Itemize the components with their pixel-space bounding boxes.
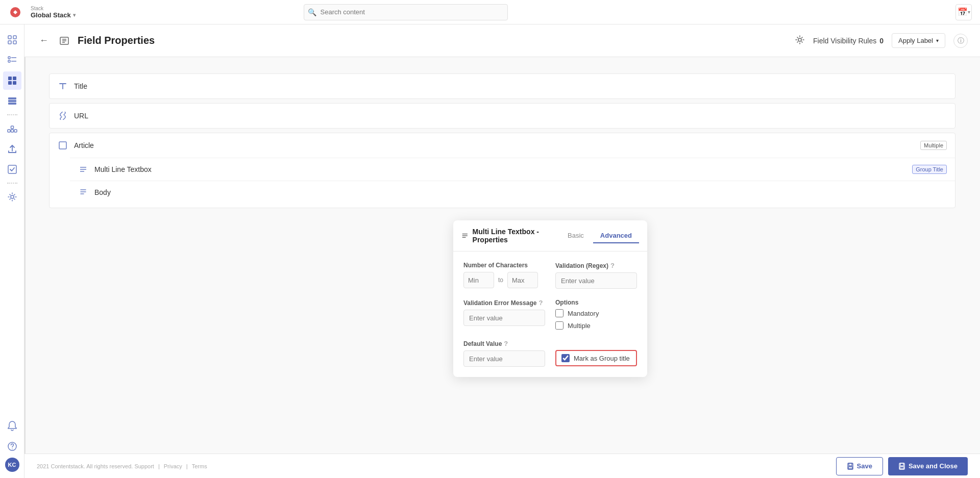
- num-chars-label: Number of Characters: [463, 262, 545, 269]
- default-value-input[interactable]: [463, 350, 545, 367]
- field-url[interactable]: URL: [49, 103, 955, 129]
- multiple-checkbox[interactable]: [555, 321, 564, 330]
- sidebar-item-list[interactable]: [3, 51, 21, 69]
- svg-rect-11: [8, 81, 12, 85]
- save-label: Save: [857, 462, 872, 470]
- svg-rect-14: [8, 100, 16, 102]
- panel-tabs: Basic Advanced: [560, 229, 639, 243]
- user-avatar[interactable]: KC: [5, 458, 19, 472]
- svg-rect-2: [13, 36, 16, 39]
- svg-rect-12: [13, 81, 16, 85]
- apply-label-button[interactable]: Apply Label ▾: [892, 33, 945, 48]
- apply-label-chevron-icon: ▾: [936, 38, 939, 43]
- default-value-group: Default Value ?: [463, 340, 545, 367]
- validation-regex-label: Validation (Regex) ?: [555, 262, 637, 269]
- sidebar-item-upload[interactable]: [3, 140, 21, 158]
- grid-icon: [8, 35, 17, 44]
- mark-group-title-row: Mark as Group title: [555, 350, 637, 366]
- settings-button[interactable]: [795, 35, 805, 47]
- bell-icon: [8, 421, 17, 431]
- sidebar-item-tasks[interactable]: [3, 160, 21, 179]
- mark-group-title-label: Mark as Group title: [574, 355, 630, 362]
- mark-group-title-checkbox[interactable]: [561, 354, 570, 362]
- group-title-tag: Group Title: [912, 165, 947, 174]
- tab-basic[interactable]: Basic: [560, 229, 591, 243]
- page-title: Field Properties: [78, 35, 155, 46]
- calendar-chevron-icon: ▾: [968, 9, 970, 15]
- sidebar-item-modules[interactable]: [3, 119, 21, 138]
- options-label: Options: [555, 299, 637, 306]
- svg-rect-16: [8, 130, 10, 132]
- sidebar-item-help[interactable]: [3, 437, 21, 456]
- validation-regex-help-icon[interactable]: ?: [610, 262, 615, 269]
- support-link[interactable]: Support: [134, 463, 154, 469]
- svg-rect-7: [8, 60, 10, 62]
- mandatory-checkbox[interactable]: [555, 309, 564, 317]
- panel-title-row: Multi Line Textbox - Properties: [461, 228, 560, 244]
- sidebar-item-notifications[interactable]: [3, 417, 21, 435]
- save-button[interactable]: Save: [836, 457, 883, 475]
- min-input[interactable]: [463, 272, 494, 288]
- terms-link[interactable]: Terms: [192, 463, 207, 469]
- stack-selector[interactable]: Stack Global Stack ▾: [31, 6, 76, 19]
- mandatory-row: Mandatory: [555, 309, 637, 317]
- svg-point-23: [12, 448, 13, 449]
- sidebar-item-grid[interactable]: [3, 31, 21, 49]
- apply-label-text: Apply Label: [898, 37, 933, 44]
- field-title[interactable]: Title: [49, 73, 955, 99]
- topbar: Stack Global Stack ▾ 🔍 📅 ▾: [0, 0, 980, 24]
- app-logo: [8, 5, 22, 19]
- url-field-name: URL: [74, 112, 947, 120]
- content-area: ← Field Properties Field Visibility Rule…: [24, 24, 980, 478]
- field-article: Article Multiple Multi Line Textbox Grou…: [49, 133, 955, 208]
- tasks-icon: [7, 164, 17, 174]
- to-label: to: [498, 276, 503, 284]
- svg-rect-3: [8, 41, 11, 44]
- article-header[interactable]: Article Multiple: [50, 133, 955, 158]
- footer-links: Support | Privacy | Terms: [134, 463, 207, 469]
- num-chars-inputs: to: [463, 272, 545, 288]
- modules-icon: [7, 123, 17, 134]
- max-input[interactable]: [507, 272, 538, 288]
- body-field-name: Body: [94, 188, 947, 196]
- svg-rect-13: [8, 103, 16, 105]
- validation-regex-input[interactable]: [555, 272, 637, 289]
- url-field-icon: [58, 111, 68, 121]
- sidebar-item-stack[interactable]: [3, 92, 21, 110]
- save-close-icon: [898, 463, 905, 470]
- default-value-label: Default Value ?: [463, 340, 545, 347]
- sidebar-item-settings[interactable]: [3, 188, 21, 206]
- field-multiline[interactable]: Multi Line Textbox Group Title: [70, 158, 955, 181]
- calendar-button[interactable]: 📅 ▾: [955, 4, 972, 20]
- settings-nav-icon: [7, 192, 17, 202]
- back-button[interactable]: ←: [37, 34, 51, 48]
- multiline-field-icon: [78, 164, 88, 174]
- sidebar-divider-2: [7, 183, 17, 184]
- validation-error-input[interactable]: [463, 310, 545, 326]
- panel-body: Number of Characters to Validation (Rege…: [453, 251, 647, 377]
- privacy-link[interactable]: Privacy: [164, 463, 182, 469]
- svg-rect-41: [900, 467, 904, 469]
- default-value-help-icon[interactable]: ?: [504, 340, 508, 347]
- title-field-name: Title: [74, 82, 947, 90]
- svg-rect-1: [8, 36, 11, 39]
- footer-left: 2021 Contentstack. All rights reserved. …: [37, 463, 207, 469]
- field-body[interactable]: Body: [70, 181, 955, 204]
- svg-point-28: [798, 38, 801, 41]
- search-bar: 🔍: [304, 4, 508, 20]
- form-grid: Number of Characters to Validation (Rege…: [463, 262, 637, 367]
- save-close-button[interactable]: Save and Close: [888, 457, 968, 475]
- mandatory-label: Mandatory: [568, 310, 599, 317]
- tab-advanced[interactable]: Advanced: [593, 229, 639, 243]
- stack-label: Stack: [31, 6, 76, 11]
- field-properties-icon: [57, 34, 71, 48]
- sidebar-bottom: KC: [3, 417, 21, 472]
- field-visibility-rules[interactable]: Field Visibility Rules 0: [813, 37, 884, 45]
- svg-rect-37: [849, 463, 852, 466]
- svg-rect-20: [8, 165, 16, 173]
- content-header: ← Field Properties Field Visibility Rule…: [24, 24, 980, 57]
- validation-error-help-icon[interactable]: ?: [538, 299, 543, 307]
- sidebar-item-content-model[interactable]: [3, 71, 21, 90]
- info-button[interactable]: ⓘ: [953, 34, 968, 48]
- search-input[interactable]: [304, 4, 508, 20]
